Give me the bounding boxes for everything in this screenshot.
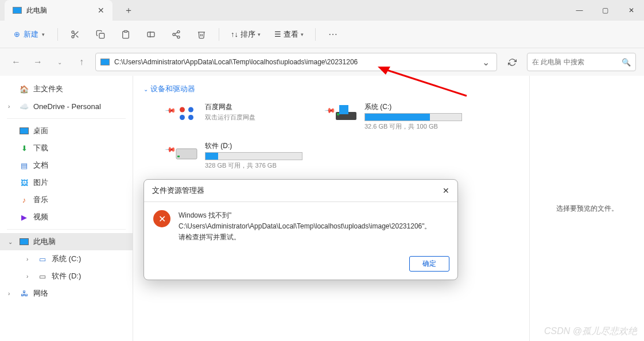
sidebar-onedrive[interactable]: › ☁️ OneDrive - Personal xyxy=(0,98,133,115)
svg-point-14 xyxy=(180,107,185,113)
drive-sub: 双击运行百度网盘 xyxy=(205,113,303,122)
tab-title: 此电脑 xyxy=(26,6,47,16)
error-icon: ✕ xyxy=(153,210,170,227)
svg-point-10 xyxy=(173,33,175,36)
minimize-button[interactable]: — xyxy=(567,2,592,19)
monitor-icon xyxy=(100,59,110,65)
sidebar-label: 下载 xyxy=(33,143,48,153)
pin-icon: 📌 xyxy=(151,104,177,130)
drive-d[interactable]: 📌 软件 (D:) 328 GB 可用，共 376 GB xyxy=(160,141,303,170)
svg-line-12 xyxy=(175,35,178,37)
svg-point-17 xyxy=(188,115,193,120)
sidebar-documents[interactable]: ▤ 文档 xyxy=(0,157,133,174)
separator xyxy=(57,28,58,41)
new-button[interactable]: ⊕ 新建 ▾ xyxy=(8,29,51,40)
sidebar-drive-c[interactable]: › ▭ 系统 (C:) xyxy=(0,250,133,268)
dialog-ok-button[interactable]: 确定 xyxy=(409,256,449,272)
sidebar-videos[interactable]: ▶ 视频 xyxy=(0,208,133,226)
sidebar-downloads[interactable]: ⬇ 下载 xyxy=(0,140,133,157)
cut-button[interactable] xyxy=(65,25,86,44)
chevron-right-icon: › xyxy=(26,256,33,262)
sidebar-pictures[interactable]: 🖼 图片 xyxy=(0,174,133,191)
sidebar-this-pc[interactable]: ⌄ 此电脑 xyxy=(0,233,133,250)
toolbar: ⊕ 新建 ▾ ↑↓ 排序 ▾ ☰ 查看 ▾ ⋯ xyxy=(0,21,644,48)
svg-line-4 xyxy=(73,33,75,34)
drive-info: 32.6 GB 可用，共 100 GB xyxy=(364,122,463,131)
share-button[interactable] xyxy=(166,25,187,44)
monitor-icon xyxy=(20,238,29,245)
more-button[interactable]: ⋯ xyxy=(323,25,343,44)
sidebar-music[interactable]: ♪ 音乐 xyxy=(0,191,133,208)
navbar: ← → ⌄ ↑ C:\Users\Administrator\AppData\L… xyxy=(0,48,644,76)
close-window-button[interactable]: ✕ xyxy=(618,2,644,19)
sidebar-label: 系统 (C:) xyxy=(52,254,81,264)
sort-button[interactable]: ↑↓ 排序 ▾ xyxy=(226,25,265,44)
drive-icon: ▭ xyxy=(38,254,47,264)
drive-icon xyxy=(333,102,359,124)
svg-point-1 xyxy=(72,36,74,38)
sidebar-desktop[interactable]: 桌面 xyxy=(0,122,133,140)
search-input[interactable] xyxy=(532,58,622,66)
svg-point-0 xyxy=(72,31,74,33)
home-icon: 🏠 xyxy=(20,84,29,94)
desktop-icon xyxy=(20,127,29,134)
sidebar-drive-d[interactable]: › ▭ 软件 (D:) xyxy=(0,268,133,285)
search-box[interactable]: 🔍 xyxy=(527,53,636,71)
chevron-down-icon: ⌄ xyxy=(143,86,148,92)
preview-pane: 选择要预览的文件。 xyxy=(529,76,644,341)
refresh-button[interactable] xyxy=(503,53,521,71)
chevron-right-icon: › xyxy=(8,103,15,110)
view-button[interactable]: ☰ 查看 ▾ xyxy=(270,25,308,44)
sidebar-label: 文档 xyxy=(33,160,48,170)
watermark: CSDN @孤儿尽悲欢绝 xyxy=(544,326,637,338)
copy-button[interactable] xyxy=(90,25,111,44)
sidebar-home[interactable]: 🏠 主文件夹 xyxy=(0,80,133,98)
svg-rect-7 xyxy=(148,32,154,37)
separator xyxy=(315,28,316,41)
section-devices[interactable]: ⌄ 设备和驱动器 xyxy=(143,82,519,96)
baidu-icon xyxy=(174,102,199,124)
sidebar-label: 视频 xyxy=(33,212,48,222)
svg-rect-22 xyxy=(344,105,348,109)
maximize-button[interactable]: ▢ xyxy=(592,2,618,19)
rename-button[interactable] xyxy=(141,25,161,44)
sidebar-label: 软件 (D:) xyxy=(52,271,81,281)
storage-bar xyxy=(205,152,302,160)
drive-name: 百度网盘 xyxy=(205,102,303,112)
sidebar-network[interactable]: › 🖧 网络 xyxy=(0,285,133,302)
tab-this-pc[interactable]: 此电脑 ✕ xyxy=(5,0,112,21)
network-icon: 🖧 xyxy=(20,289,29,298)
dialog-message: Windows 找不到" C:\Users\Administrator\AppD… xyxy=(179,210,432,243)
up-button[interactable]: ↑ xyxy=(73,54,90,70)
forward-button[interactable]: → xyxy=(30,54,46,70)
history-dropdown[interactable]: ⌄ xyxy=(52,54,68,70)
paste-button[interactable] xyxy=(115,25,136,44)
sidebar-label: 桌面 xyxy=(33,126,48,136)
svg-rect-26 xyxy=(177,156,180,157)
address-bar[interactable]: C:\Users\Administrator\AppData\Local\Tem… xyxy=(95,53,497,71)
drive-name: 系统 (C:) xyxy=(364,102,463,112)
address-dropdown[interactable]: ⌄ xyxy=(480,57,492,68)
sort-icon: ↑↓ xyxy=(231,30,238,38)
sidebar-label: OneDrive - Personal xyxy=(33,102,101,111)
chevron-right-icon: › xyxy=(8,290,15,297)
new-tab-button[interactable]: ＋ xyxy=(122,5,135,17)
svg-point-11 xyxy=(177,36,180,38)
back-button[interactable]: ← xyxy=(8,54,24,70)
chevron-right-icon: › xyxy=(26,273,33,280)
window-controls: — ▢ ✕ xyxy=(567,2,644,19)
svg-rect-5 xyxy=(99,33,104,38)
svg-line-3 xyxy=(76,35,79,37)
document-icon: ▤ xyxy=(20,161,29,170)
drive-baidu[interactable]: 📌 百度网盘 双击运行百度网盘 xyxy=(160,102,303,131)
view-icon: ☰ xyxy=(274,30,281,38)
sidebar-label: 图片 xyxy=(33,177,48,188)
close-tab-icon[interactable]: ✕ xyxy=(98,6,104,15)
search-icon[interactable]: 🔍 xyxy=(622,58,631,67)
delete-button[interactable] xyxy=(191,25,212,44)
video-icon: ▶ xyxy=(20,212,29,222)
drive-c[interactable]: 📌 系统 (C:) 32.6 GB 可用，共 100 GB xyxy=(319,102,463,131)
section-label: 设备和驱动器 xyxy=(150,84,195,94)
sidebar-label: 此电脑 xyxy=(33,237,56,247)
dialog-close-button[interactable]: ✕ xyxy=(443,186,449,195)
